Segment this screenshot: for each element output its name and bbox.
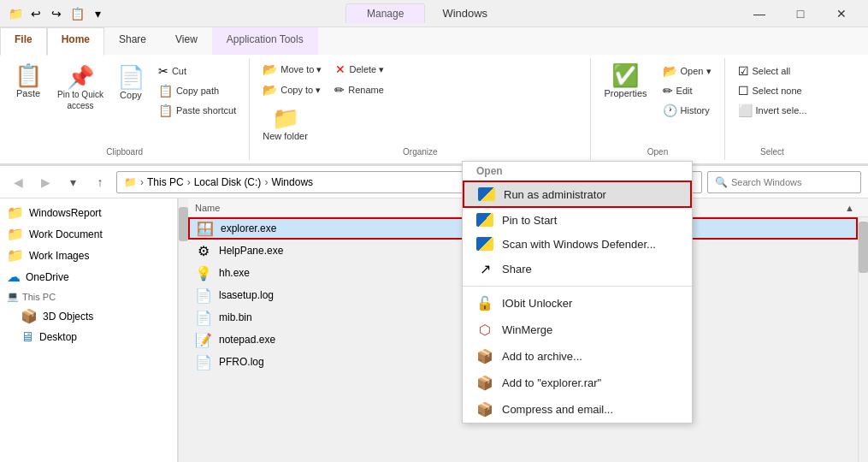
organize-group: 📂 Move to ▾ ✕ Delete ▾ 📂 Copy to ▾ ✏ Ren… [250, 58, 591, 160]
ctx-compress-email[interactable]: 📦 Compress and email... [463, 396, 692, 423]
copy-button[interactable]: 📄 Copy [111, 62, 151, 104]
sidebar-scrollbar[interactable] [178, 198, 188, 462]
forward-button[interactable]: ▶ [34, 171, 56, 193]
select-items: ☑ Select all ☐ Select none ⬜ Invert sele… [732, 60, 813, 145]
ctx-run-as-admin[interactable]: Run as administrator [463, 181, 692, 208]
paste-shortcut-button[interactable]: 📋 Paste shortcut [152, 101, 242, 120]
edit-icon: ✏ [663, 84, 673, 98]
move-to-button[interactable]: 📂 Move to ▾ [257, 60, 328, 79]
invert-selection-button[interactable]: ⬜ Invert sele... [732, 101, 813, 120]
path-windows[interactable]: Windows [271, 176, 313, 188]
open-button[interactable]: 📂 Open ▾ [657, 62, 717, 80]
ctx-add-archive-label: Add to archive... [502, 350, 582, 363]
rename-button[interactable]: ✏ Rename [328, 80, 390, 99]
new-folder-label: New folder [263, 131, 308, 141]
restore-button[interactable]: □ [781, 0, 820, 27]
ctx-defender[interactable]: Scan with Windows Defender... [463, 232, 692, 256]
path-thispc[interactable]: This PC [147, 176, 184, 188]
minimize-button[interactable]: — [740, 0, 779, 27]
properties-button[interactable]: ✅ Properties [598, 60, 652, 103]
file-scrollbar[interactable] [858, 217, 868, 462]
select-group-label: Select [732, 145, 813, 158]
sidebar-item-3dobjects[interactable]: 📦 3D Objects [0, 305, 177, 327]
sidebar-label-workdocument: Work Document [29, 228, 103, 240]
copy-to-button[interactable]: 📂 Copy to ▾ [257, 80, 327, 99]
copy-icon: 📄 [117, 66, 145, 88]
sort-icon[interactable]: ▲ [845, 203, 854, 213]
file-name-notepad: notepad.exe [219, 334, 275, 346]
sidebar-scroll-thumb[interactable] [179, 207, 188, 241]
pin-quick-access-button[interactable]: 📌 Pin to Quick access [51, 62, 109, 115]
open-label: Open ▾ [681, 66, 712, 77]
select-all-button[interactable]: ☑ Select all [732, 62, 813, 80]
undo-icon[interactable]: ↩ [27, 5, 44, 22]
ctx-compress-label: Compress and email... [502, 403, 613, 416]
ctx-winmerge[interactable]: ⬡ WinMerge [463, 317, 692, 343]
ctx-add-archive[interactable]: 📦 Add to archive... [463, 343, 692, 370]
redo-icon[interactable]: ↪ [48, 5, 65, 22]
search-box[interactable]: 🔍 [707, 171, 861, 193]
context-menu: Open Run as administrator Pin to Start S… [462, 161, 693, 424]
window-title: Windows [442, 7, 740, 20]
file-icon-helppane: ⚙ [195, 243, 212, 259]
ctx-add-rar[interactable]: 📦 Add to "explorer.rar" [463, 370, 692, 396]
ctx-pin-to-start[interactable]: Pin to Start [463, 208, 692, 232]
file-name-pfro: PFRO.log [219, 356, 264, 368]
sidebar-label-desktop: Desktop [39, 331, 77, 343]
open-group: ✅ Properties 📂 Open ▾ ✏ Edit � [591, 58, 724, 160]
delete-button[interactable]: ✕ Delete ▾ [329, 60, 390, 79]
dropdown-nav-button[interactable]: ▾ [62, 171, 84, 193]
select-none-label: Select none [753, 86, 802, 96]
tab-file[interactable]: File [0, 27, 47, 56]
file-scroll-thumb[interactable] [859, 222, 868, 273]
sidebar-section-thispc: 💻 This PC [0, 287, 177, 305]
sidebar-item-windowsreport[interactable]: 📁 WindowsReport [0, 202, 177, 223]
ctx-header: Open [463, 162, 692, 181]
close-button[interactable]: ✕ [822, 0, 861, 27]
ribbon: File Home Share View Application Tools 📋… [0, 27, 868, 166]
properties-icon[interactable]: 📋 [68, 5, 86, 22]
address-bar: ◀ ▶ ▾ ↑ 📁 › This PC › Local Disk (C:) › … [0, 166, 868, 198]
tab-view[interactable]: View [161, 27, 212, 55]
quick-access-icon: 📁 [7, 5, 24, 22]
sidebar-item-onedrive[interactable]: ☁ OneDrive [0, 266, 177, 287]
sidebar-label-3dobjects: 3D Objects [43, 311, 93, 323]
ctx-share[interactable]: ↗ Share [463, 256, 692, 282]
file-icon-pfro: 📄 [195, 354, 212, 370]
edit-button[interactable]: ✏ Edit [657, 81, 717, 100]
sidebar-item-workdocument[interactable]: 📁 Work Document [0, 223, 177, 245]
search-input[interactable] [731, 177, 853, 187]
sidebar-label-onedrive: OneDrive [26, 271, 69, 283]
clipboard-group-label: Clipboard [7, 145, 242, 158]
manage-tab[interactable]: Manage [345, 3, 425, 23]
move-icon: 📂 [263, 62, 277, 76]
ctx-add-rar-label: Add to "explorer.rar" [502, 376, 601, 389]
rar-icon: 📦 [476, 375, 493, 391]
history-button[interactable]: 🕐 History [657, 101, 717, 120]
copy-path-button[interactable]: 📋 Copy path [152, 81, 242, 100]
history-icon: 🕐 [663, 104, 677, 117]
tab-home[interactable]: Home [47, 27, 104, 56]
up-button[interactable]: ↑ [89, 171, 111, 193]
sidebar-label-thispc: This PC [22, 292, 56, 302]
paste-button[interactable]: 📋 Paste [7, 60, 50, 103]
ctx-iobit[interactable]: 🔓 IObit Unlocker [463, 290, 692, 317]
dropdown-icon[interactable]: ▾ [89, 5, 106, 22]
back-button[interactable]: ◀ [7, 171, 29, 193]
delete-label: Delete ▾ [349, 64, 384, 75]
tab-app-tools[interactable]: Application Tools [212, 27, 318, 55]
cut-button[interactable]: ✂ Cut [152, 62, 242, 80]
select-all-icon: ☑ [738, 64, 749, 78]
select-none-button[interactable]: ☐ Select none [732, 81, 813, 100]
file-icon-notepad: 📝 [195, 332, 212, 348]
history-label: History [681, 105, 710, 116]
select-buttons: ☑ Select all ☐ Select none ⬜ Invert sele… [732, 60, 813, 120]
sidebar-item-desktop[interactable]: 🖥 Desktop [0, 327, 177, 347]
copy-path-label: Copy path [176, 86, 219, 96]
new-folder-button[interactable]: 📁 New folder [257, 103, 314, 145]
delete-icon: ✕ [335, 62, 345, 76]
tab-share[interactable]: Share [104, 27, 161, 55]
sidebar-item-workimages[interactable]: 📁 Work Images [0, 245, 177, 266]
path-localdisk[interactable]: Local Disk (C:) [194, 176, 262, 188]
ctx-divider-1 [463, 286, 692, 287]
